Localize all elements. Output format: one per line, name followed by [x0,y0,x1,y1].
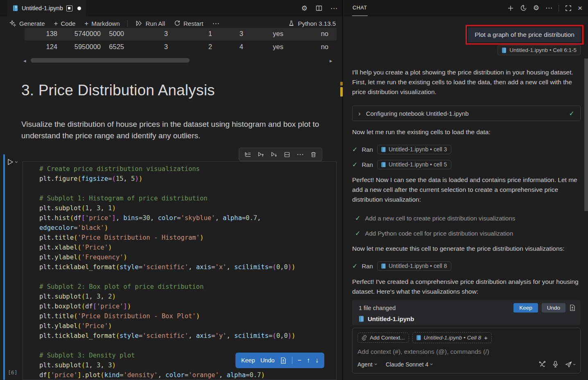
tab-preview-icon[interactable] [66,5,72,11]
notebook-file-icon [416,335,421,340]
keep-button[interactable]: Keep [241,357,255,364]
new-chat-icon[interactable] [507,5,514,11]
prev-change-icon[interactable]: ↑ [307,357,310,364]
notebook-file-icon [381,263,386,269]
scroll-right-icon[interactable]: ▸ [330,58,332,64]
chat-panel: CHAT ⚙ ⋯ × Plot a graph of the price dis… [344,0,588,380]
close-panel-icon[interactable]: × [578,4,582,12]
view-diff-icon[interactable] [569,304,576,311]
keep-button[interactable]: Keep [513,303,538,313]
table-cell: 3 [206,30,243,38]
send-icon[interactable] [565,361,572,368]
scroll-left-icon[interactable]: ◂ [23,58,26,64]
editor-tab-bar: Untitled-1.ipynb ⚙ ⋯ [0,0,342,16]
gear-icon[interactable]: ⚙ [301,5,308,12]
tab-untitled-1[interactable]: Untitled-1.ipynb [7,0,86,16]
tool-run-row: ✓ Ran Untitled-1.ipynb • cell 5 [352,160,451,169]
split-editor-icon[interactable] [316,5,322,11]
header-divider [559,5,559,11]
history-icon[interactable] [520,4,527,11]
code-line: plt.figure(figsize=(15, 5)) [39,174,336,184]
notebook-file-icon [502,47,507,53]
table-cell: 3 [131,43,168,51]
red-highlight-annotation: Plot a graph of the price distribution [466,25,583,45]
chat-more-icon[interactable]: ⋯ [545,4,552,11]
table-row: 124 5950000 6525 3 2 4 yes no [25,41,337,54]
changed-file-row[interactable]: Untitled-1.ipynb [359,315,576,322]
notebook-file-icon [359,316,364,322]
configuring-notebook-expander[interactable]: › Configuring notebook Untitled-1.ipynb … [352,106,581,121]
add-context-button[interactable]: Add Context... [357,333,409,343]
kernel-icon [288,20,294,27]
table-cell: no [292,43,328,51]
kernel-label: Python 3.13.5 [298,20,336,27]
check-icon: ✓ [569,110,574,117]
run-below-icon[interactable] [269,149,279,160]
collapse-icon[interactable]: − [298,357,301,364]
gear-icon[interactable]: ⚙ [533,4,539,11]
code-line [39,272,336,282]
tab-chat[interactable]: CHAT [352,0,368,16]
undo-button[interactable]: Undo [542,303,565,313]
run-above-icon[interactable] [256,149,266,160]
tool-run-row: ✓ Ran Untitled-1.ipynb • cell 8 [352,261,451,271]
user-message-context-pill[interactable]: Untitled-1.ipynb • Cell 6:1-5 [498,45,581,55]
vscode-window: Untitled-1.ipynb ⚙ ⋯ Generate + Code + M… [0,0,588,380]
table-cell: yes [247,43,283,51]
microphone-icon[interactable] [553,361,558,368]
run-all-button[interactable]: Run All [131,18,170,29]
paperclip-icon [362,335,367,341]
generate-button[interactable]: Generate [5,18,50,29]
table-cell: 138 [20,30,57,38]
add-markdown-cell-button[interactable]: + Markdown [80,18,124,29]
run-all-icon [136,20,142,27]
chat-panel-header: CHAT ⚙ ⋯ × [344,0,588,16]
maximize-panel-icon[interactable] [565,5,572,11]
code-line: plt.title('Price Distribution - Histogra… [39,233,336,243]
chat-input-placeholder[interactable]: Add context (#), extensions (@), command… [357,348,575,355]
files-changed-label: 1 file changed [359,305,396,311]
attached-cell-pill[interactable]: Untitled-1.ipynb • Cell 8 + [412,332,492,343]
chat-scrollbar[interactable] [584,58,588,211]
assistant-paragraph: Perfect! I've created a comprehensive pr… [352,277,582,297]
undo-button[interactable]: Undo [260,357,275,364]
send-options-chevron-icon[interactable]: › [572,364,577,365]
code-editor[interactable]: # Create price distribution visualizatio… [23,162,336,380]
tools-icon[interactable] [538,361,546,368]
model-dropdown[interactable]: Claude Sonnet 4 › [386,361,433,368]
open-diff-icon[interactable] [280,357,287,364]
execution-count: [6] [8,369,17,376]
run-cell-button[interactable]: › [6,158,18,166]
cell-reference-pill[interactable]: Untitled-1.ipynb • cell 3 [377,145,451,154]
mode-dropdown[interactable]: Agent › [357,361,377,368]
add-code-cell-button[interactable]: + Code [50,18,80,29]
user-message: Plot a graph of the price distribution [468,27,581,42]
cell-reference-pill[interactable]: Untitled-1.ipynb • cell 5 [377,160,451,169]
chat-input-box[interactable]: Add Context... Untitled-1.ipynb • Cell 8… [352,328,581,373]
cell-reference-pill[interactable]: Untitled-1.ipynb • cell 8 [377,261,451,271]
chevron-down-icon: › [429,363,434,365]
toolbar-more-icon[interactable]: ⋯ [208,18,224,29]
notebook-file-icon [12,5,18,11]
sparkle-icon [9,20,16,27]
restart-button[interactable]: Restart [170,18,208,29]
completed-step-row: ✓ Add Python code cell for price distrib… [355,229,513,237]
horizontal-scrollbar[interactable] [31,58,190,63]
code-cell[interactable]: # Create price distribution visualizatio… [23,161,337,380]
code-line: plt.subplot(1, 3, 2) [39,292,336,301]
next-change-icon[interactable]: ↓ [315,357,319,364]
kernel-picker[interactable]: Python 3.13.5 [288,20,337,27]
check-icon: ✓ [355,214,360,222]
code-line [39,184,336,193]
cell-more-icon[interactable]: ⋯ [295,149,305,160]
split-cell-icon[interactable] [282,149,292,160]
delete-cell-icon[interactable] [308,149,319,160]
table-cell: 124 [20,43,57,51]
more-actions-icon[interactable]: ⋯ [330,5,337,12]
execute-cell-and-below-icon[interactable] [242,149,253,160]
unsaved-dot-icon[interactable] [77,7,81,10]
code-line: plt.xlabel('Price') [39,243,336,252]
code-line: # Subplot 2: Box plot of price distribut… [39,282,336,292]
plus-icon[interactable]: + [484,334,488,341]
run-options-chevron-icon[interactable]: › [14,161,20,163]
